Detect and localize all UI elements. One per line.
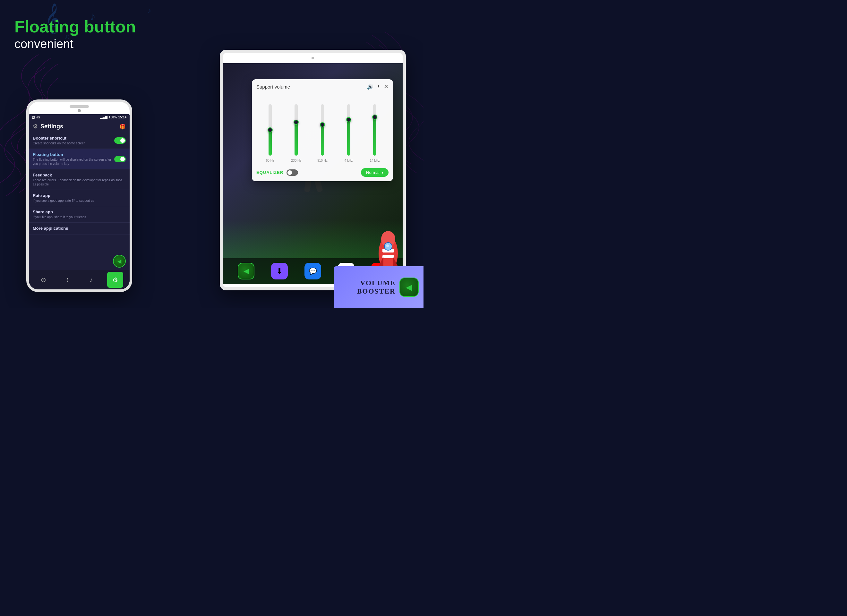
- eq-band-910hz: 910 Hz: [311, 104, 334, 162]
- panel-equalizer-icon[interactable]: ⫶: [377, 84, 380, 90]
- hero-subtitle: convenient: [15, 37, 136, 51]
- feedback-desc: There are errors. Feedback on the develo…: [33, 178, 126, 186]
- booster-shortcut-text: Booster shortcut Create shortcuts on the…: [33, 136, 114, 145]
- eq-label-4khz: 4 kHz: [345, 159, 353, 162]
- feedback-label: Feedback: [33, 173, 126, 177]
- eq-slider-4khz[interactable]: [347, 104, 350, 156]
- svg-point-17: [386, 244, 389, 247]
- logo-app-icon[interactable]: ◀: [400, 278, 419, 297]
- eq-band-4khz: 4 kHz: [337, 104, 361, 162]
- panel-header-icons: 🔊 ⫶ ✕: [367, 83, 388, 90]
- nav-volume-button[interactable]: ⊙: [35, 272, 51, 284]
- floating-button-text: Floating button The floating button will…: [33, 152, 114, 166]
- dock-messenger-icon: 💬: [309, 267, 317, 275]
- app-header: ⚙ Settings 🎁: [29, 120, 130, 133]
- status-time: 15:14: [118, 115, 126, 119]
- logo-volume-icon: ◀: [406, 282, 412, 292]
- rate-app-item[interactable]: Rate app If you see a good app, rate 5* …: [29, 190, 130, 206]
- logo-area: VOLUME BOOSTER ◀: [333, 266, 424, 308]
- panel-close-button[interactable]: ✕: [384, 83, 388, 90]
- nav-settings-button[interactable]: ⚙: [107, 272, 123, 284]
- phone-speaker: [69, 105, 89, 108]
- eq-sliders-container: 60 Hz 230 Hz 910 Hz: [252, 95, 393, 165]
- rate-app-text: Rate app If you see a good app, rate 5* …: [33, 193, 126, 203]
- more-apps-label: More applications: [33, 226, 126, 231]
- bottom-nav: ⊙ ⫶ ♪ ⚙: [29, 270, 130, 284]
- status-battery: 100%: [109, 115, 117, 119]
- phone-float-btn-icon: ◀: [117, 258, 121, 264]
- feedback-text: Feedback There are errors. Feedback on t…: [33, 173, 126, 186]
- dock-volume-booster-app[interactable]: ◀: [238, 263, 254, 279]
- dock-messenger-app[interactable]: 💬: [304, 263, 321, 279]
- gift-icon: 🎁: [120, 124, 126, 130]
- logo-text: VOLUME BOOSTER: [357, 279, 395, 296]
- hero-section: Floating button convenient: [15, 18, 136, 51]
- share-app-text: Share app If you like app, share it to y…: [33, 210, 126, 219]
- eq-slider-910hz[interactable]: [321, 104, 324, 156]
- tablet-camera: [311, 57, 314, 59]
- status-right: ▂▄▆ 100% 15:14: [100, 115, 126, 119]
- music-note-4: ♪: [148, 6, 151, 15]
- floating-button-toggle[interactable]: [114, 156, 126, 162]
- nav-music-button[interactable]: ♪: [83, 272, 99, 284]
- share-app-item[interactable]: Share app If you like app, share it to y…: [29, 206, 130, 223]
- settings-list: Booster shortcut Create shortcuts on the…: [29, 133, 130, 235]
- logo-line1: VOLUME: [360, 279, 395, 287]
- booster-shortcut-toggle[interactable]: [114, 137, 126, 144]
- equalizer-label: EQUALIZER: [256, 170, 283, 175]
- phone-screen: 🖼 4G ▂▄▆ 100% 15:14 ⚙ Settings 🎁 Booster…: [29, 114, 130, 284]
- share-app-desc: If you like app, share it to your friend…: [33, 215, 126, 219]
- status-signal: 4G: [36, 116, 40, 119]
- eq-band-60hz: 60 Hz: [258, 104, 282, 162]
- phone-mockup: 🖼 4G ▂▄▆ 100% 15:14 ⚙ Settings 🎁 Booster…: [26, 99, 132, 292]
- phone-floating-volume-button[interactable]: ◀: [113, 255, 126, 267]
- eq-slider-14khz[interactable]: [373, 104, 376, 156]
- nav-equalizer-button[interactable]: ⫶: [59, 272, 75, 284]
- logo-line2: BOOSTER: [357, 287, 395, 295]
- status-bar: 🖼 4G ▂▄▆ 100% 15:14: [29, 114, 130, 120]
- equalizer-toggle[interactable]: [286, 169, 298, 176]
- eq-slider-60hz[interactable]: [269, 104, 272, 156]
- dock-volume-icon: ◀: [243, 267, 249, 275]
- eq-preset-button[interactable]: Normal ▾: [361, 168, 388, 177]
- rate-app-label: Rate app: [33, 193, 126, 198]
- eq-label-910hz: 910 Hz: [317, 159, 328, 162]
- share-app-label: Share app: [33, 210, 126, 214]
- floating-button-label: Floating button: [33, 152, 114, 157]
- hero-title: Floating button: [15, 18, 136, 36]
- status-left: 🖼 4G: [32, 116, 40, 119]
- status-signal-bars: ▂▄▆: [100, 115, 108, 119]
- eq-slider-230hz[interactable]: [295, 104, 298, 156]
- panel-header: Support volume 🔊 ⫶ ✕: [252, 79, 393, 95]
- tablet-top-bar: [223, 53, 403, 63]
- eq-band-230hz: 230 Hz: [285, 104, 308, 162]
- status-image-icon: 🖼: [32, 116, 35, 119]
- eq-footer: EQUALIZER Normal ▾: [252, 165, 393, 181]
- phone-camera: [78, 109, 81, 112]
- booster-shortcut-label: Booster shortcut: [33, 136, 114, 140]
- eq-label-14khz: 14 kHz: [370, 159, 380, 162]
- eq-preset-label: Normal: [366, 170, 379, 175]
- eq-label-230hz: 230 Hz: [291, 159, 302, 162]
- eq-preset-arrow-icon: ▾: [381, 170, 384, 175]
- floating-button-item[interactable]: Floating button The floating button will…: [29, 149, 130, 169]
- support-volume-panel: Support volume 🔊 ⫶ ✕ 60 Hz: [252, 79, 393, 181]
- eq-label-60hz: 60 Hz: [266, 159, 274, 162]
- settings-gear-icon: ⚙: [33, 123, 38, 130]
- booster-shortcut-item[interactable]: Booster shortcut Create shortcuts on the…: [29, 133, 130, 149]
- svg-rect-13: [382, 255, 394, 258]
- eq-band-14khz: 14 kHz: [363, 104, 387, 162]
- dock-download-icon: ⬇: [276, 267, 283, 276]
- feedback-item[interactable]: Feedback There are errors. Feedback on t…: [29, 169, 130, 190]
- panel-title: Support volume: [256, 84, 367, 90]
- panel-speaker-icon[interactable]: 🔊: [367, 84, 373, 90]
- more-apps-text: More applications: [33, 226, 126, 231]
- floating-button-desc: The floating button will be displayed on…: [33, 158, 114, 166]
- app-title: Settings: [40, 123, 120, 130]
- booster-shortcut-desc: Create shortcuts on the home screen: [33, 141, 114, 145]
- dock-download-app[interactable]: ⬇: [271, 263, 288, 279]
- rate-app-desc: If you see a good app, rate 5* to suppor…: [33, 199, 126, 203]
- more-apps-item[interactable]: More applications: [29, 223, 130, 235]
